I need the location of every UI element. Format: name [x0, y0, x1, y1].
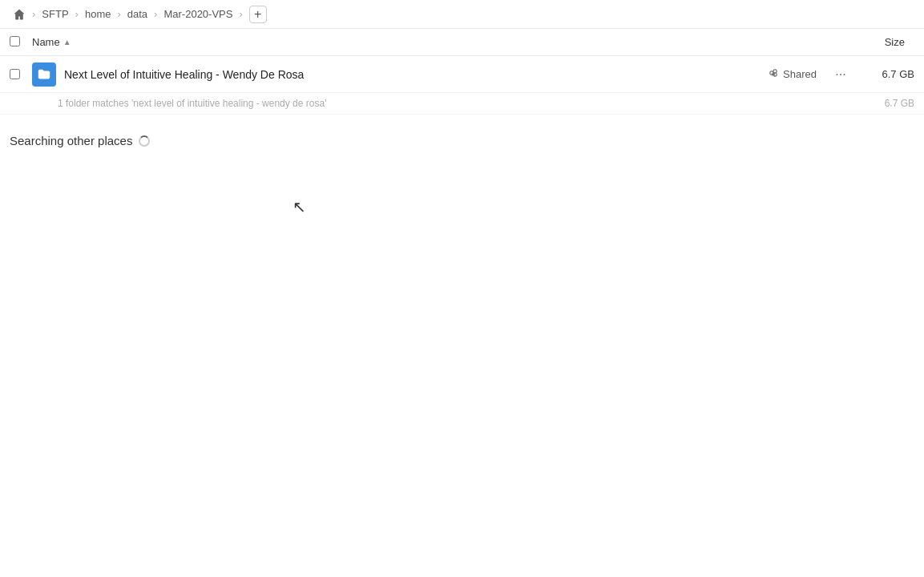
home-icon[interactable] [10, 5, 29, 24]
match-size-label: 6.7 GB [858, 98, 914, 109]
size-column-header: Size [850, 36, 914, 48]
breadcrumb-data[interactable]: data [124, 6, 151, 22]
column-header: Name ▲ Size [0, 29, 924, 56]
breadcrumb-separator-5: › [239, 8, 242, 20]
file-size-label: 6.7 GB [858, 68, 914, 80]
sort-arrow-icon: ▲ [63, 38, 71, 46]
breadcrumb-separator-1: › [32, 8, 35, 20]
breadcrumb-home[interactable]: home [82, 6, 115, 22]
breadcrumb-separator-4: › [154, 8, 157, 20]
breadcrumb-sftp[interactable]: SFTP [38, 6, 71, 22]
breadcrumb-bar: › SFTP › home › data › Mar-2020-VPS › + [0, 0, 924, 29]
file-row[interactable]: Next Level of Intuitive Healing - Wendy … [0, 56, 924, 93]
match-info-row: 1 folder matches 'next level of intuitiv… [0, 93, 924, 115]
match-text-label: 1 folder matches 'next level of intuitiv… [58, 98, 858, 109]
breadcrumb-mar2020vps[interactable]: Mar-2020-VPS [160, 6, 236, 22]
select-all-checkbox[interactable] [10, 36, 26, 49]
loading-spinner [139, 135, 150, 147]
file-name-label: Next Level of Intuitive Healing - Wendy … [64, 68, 768, 81]
more-options-button[interactable]: ··· [829, 63, 852, 86]
row-checkbox[interactable] [10, 69, 26, 79]
cursor-indicator: ↖ [293, 199, 306, 215]
folder-icon [32, 63, 56, 87]
add-tab-button[interactable]: + [249, 6, 267, 23]
shared-badge: Shared [768, 68, 817, 80]
searching-section: Searching other places [0, 115, 924, 157]
searching-label: Searching other places [10, 134, 132, 147]
breadcrumb-separator-3: › [117, 8, 120, 20]
breadcrumb-separator-2: › [75, 8, 79, 20]
name-column-header[interactable]: Name ▲ [32, 36, 850, 48]
